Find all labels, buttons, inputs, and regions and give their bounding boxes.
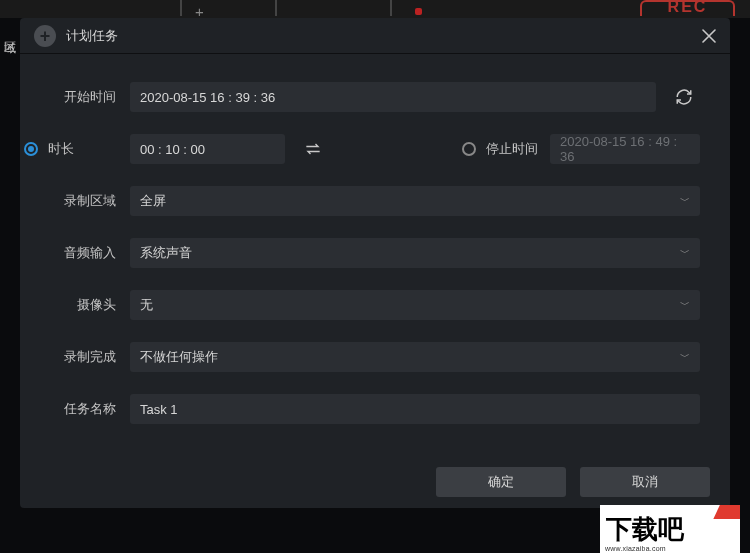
start-time-field[interactable]: 2020-08-15 16 : 39 : 36 [130, 82, 656, 112]
duration-value: 00 : 10 : 00 [140, 142, 205, 157]
camera-value: 无 [140, 296, 153, 314]
record-area-label: 录制区域 [20, 192, 130, 210]
refresh-button[interactable] [668, 82, 700, 112]
audio-input-select[interactable]: 系统声音 ﹀ [130, 238, 700, 268]
start-time-label: 开始时间 [20, 88, 130, 106]
chevron-down-icon: ﹀ [680, 194, 690, 208]
stop-time-radio[interactable]: 停止时间 [458, 140, 538, 158]
refresh-icon [675, 88, 693, 106]
schedule-task-dialog: + 计划任务 开始时间 2020-08-15 16 : 39 : 36 [20, 18, 730, 508]
duration-label: 时长 [48, 140, 74, 158]
record-area-value: 全屏 [140, 192, 166, 210]
task-name-input[interactable]: Task 1 [130, 394, 700, 424]
duration-radio[interactable]: 时长 [20, 140, 122, 158]
cancel-button[interactable]: 取消 [580, 467, 710, 497]
titlebar: + 计划任务 [20, 18, 730, 54]
chevron-down-icon: ﹀ [680, 298, 690, 312]
watermark-url: www.xiazaiba.com [605, 545, 666, 552]
start-time-value: 2020-08-15 16 : 39 : 36 [140, 90, 275, 105]
record-area-select[interactable]: 全屏 ﹀ [130, 186, 700, 216]
camera-select[interactable]: 无 ﹀ [130, 290, 700, 320]
watermark: 下载吧 www.xiazaiba.com [600, 505, 740, 553]
chevron-down-icon: ﹀ [680, 350, 690, 364]
close-button[interactable] [702, 29, 716, 43]
audio-input-label: 音频输入 [20, 244, 130, 262]
close-icon [702, 29, 716, 43]
ok-button[interactable]: 确定 [436, 467, 566, 497]
camera-label: 摄像头 [20, 296, 130, 314]
on-complete-value: 不做任何操作 [140, 348, 218, 366]
loop-icon [303, 142, 323, 156]
task-name-value: Task 1 [140, 402, 178, 417]
watermark-text: 下载吧 [606, 512, 684, 547]
stop-time-value: 2020-08-15 16 : 49 : 36 [560, 134, 690, 164]
on-complete-label: 录制完成 [20, 348, 130, 366]
add-icon: + [34, 25, 56, 47]
task-name-label: 任务名称 [20, 400, 130, 418]
rec-button-bg: REC [640, 0, 735, 16]
duration-field[interactable]: 00 : 10 : 00 [130, 134, 285, 164]
chevron-down-icon: ﹀ [680, 246, 690, 260]
audio-input-value: 系统声音 [140, 244, 192, 262]
on-complete-select[interactable]: 不做任何操作 ﹀ [130, 342, 700, 372]
dialog-title: 计划任务 [66, 27, 118, 45]
region-label-bg: 区域 [0, 30, 18, 32]
stop-time-label: 停止时间 [486, 140, 538, 158]
stop-time-field: 2020-08-15 16 : 49 : 36 [550, 134, 700, 164]
loop-button[interactable] [297, 134, 329, 164]
